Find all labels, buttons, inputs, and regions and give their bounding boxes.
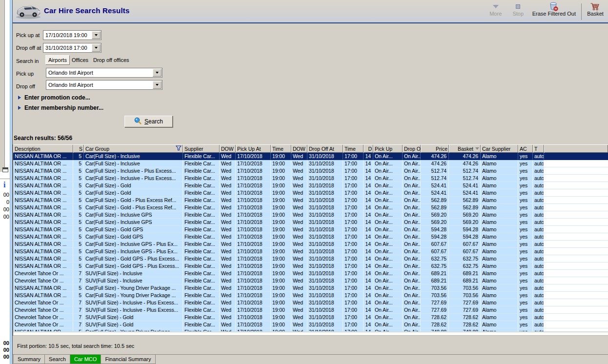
table-row[interactable]: Chevrolet Tahoe Or ...7SUV(Full Size) - … <box>13 314 608 321</box>
table-row[interactable]: NISSAN ALTIMA OR ...5Car(Full Size) - In… <box>13 153 608 160</box>
rail-counter: 00 <box>0 192 9 198</box>
chevron-down-icon[interactable] <box>92 31 101 39</box>
cell-price: 474.26 <box>421 160 449 167</box>
membership-number-expander[interactable]: Enter membership number... <box>18 104 103 111</box>
cell-description: Chevrolet Tahoe Or ... <box>13 299 73 306</box>
cell-dow-pickup: Wed <box>220 175 236 182</box>
table-row[interactable]: NISSAN ALTIMA OR ...5Car(Full Size) - Go… <box>13 204 608 211</box>
table-row[interactable]: NISSAN ALTIMA OR ...5Car(Full Size) - Yo… <box>13 292 608 299</box>
bottom-tab-search[interactable]: Search <box>45 355 70 364</box>
column-header-car-supplier[interactable]: Car Supplier <box>481 144 518 153</box>
chevron-down-icon[interactable] <box>153 81 162 89</box>
cell-drop-off-at: 31/10/2018 <box>307 284 343 291</box>
erase-filtered-out-button[interactable]: Erase Filtered Out <box>530 1 578 21</box>
cell-dow-dropoff: Wed <box>291 270 307 277</box>
stop-button-label: Stop <box>512 11 524 17</box>
column-header-time[interactable]: Time <box>343 144 364 153</box>
table-row[interactable]: NISSAN ALTIMA OR ...5Car(Full Size) - In… <box>13 241 608 248</box>
table-row[interactable]: NISSAN ALTIMA OR ...5Car(Full Size) - Go… <box>13 255 608 263</box>
column-header-ac[interactable]: AC <box>518 144 533 153</box>
table-row[interactable]: NISSAN ALTIMA OR ...5Car(Full Size) - Go… <box>13 226 608 233</box>
pick-up-at-combobox[interactable]: 17/10/2018 19:00 <box>43 30 101 40</box>
table-row[interactable]: NISSAN ALTIMA OR ...5Car(Full Size) - In… <box>13 175 608 182</box>
column-header-time[interactable]: Time <box>271 144 291 153</box>
column-header-pick-up-at[interactable]: Pick Up At <box>236 144 271 153</box>
cell-time-pickup: 19:00 <box>271 328 291 331</box>
table-row[interactable]: Chevrolet Tahoe Or ...7SUV(Full Size) - … <box>13 270 608 277</box>
bucket-minus-icon <box>549 2 558 11</box>
bottom-tab-summary[interactable]: Summary <box>13 355 45 364</box>
cell-pick-up: On Air... <box>373 160 403 167</box>
cell-drop-off: On Air... <box>403 211 421 218</box>
cell-dow-dropoff: Wed <box>291 299 307 306</box>
table-row[interactable]: NISSAN ALTIMA OR ...5Car(Full Size) - In… <box>13 211 608 219</box>
column-header-description[interactable]: Description <box>13 144 73 153</box>
column-header-dow[interactable]: DOW <box>220 144 236 153</box>
cell-pick-up: On Air... <box>373 255 403 262</box>
search-in-tab-offices[interactable]: Offices <box>69 56 91 64</box>
column-header-t[interactable]: T <box>533 144 544 153</box>
cell-car-group: SUV(Full Size) - Inclusive - Plus Excess… <box>84 299 183 306</box>
column-header-d[interactable]: D <box>364 144 373 153</box>
cell-dow-pickup: Wed <box>220 299 236 306</box>
cell-drop-off-at: 31/10/2018 <box>307 328 343 331</box>
cell-basket: 703.56 <box>449 292 481 299</box>
search-button[interactable]: Search <box>124 116 173 127</box>
cell-pick-up: On Air... <box>373 241 403 247</box>
table-row[interactable]: NISSAN ALTIMA OR ...5Car(Full Size) - Go… <box>13 233 608 241</box>
cell-time-dropoff: 17:00 <box>343 219 364 225</box>
table-row[interactable]: NISSAN ALTIMA OR ...5Car(Full Size) - Go… <box>13 189 608 197</box>
table-row[interactable]: Chevrolet Tahoe Or ...7SUV(Full Size) - … <box>13 277 608 284</box>
column-header-supplier[interactable]: Supplier <box>183 144 220 153</box>
column-header-car-group[interactable]: Car Group <box>84 144 183 153</box>
results-grid-header: DescriptionSCar GroupSupplierDOWPick Up … <box>13 144 608 153</box>
bottom-tab-financial-summary[interactable]: Financial Summary <box>101 355 155 364</box>
cell-pick-up: On Air... <box>373 284 403 291</box>
table-row[interactable]: Chevrolet Tahoe Or ...7SUV(Full Size) - … <box>13 299 608 306</box>
table-row[interactable]: NISSAN ALTIMA OR ...5Car(Full Size) - Yo… <box>13 284 608 292</box>
table-row[interactable]: NISSAN ALTIMA OR ...5Car(Full Size) - Go… <box>13 182 608 189</box>
table-row[interactable]: NISSAN ALTIMA OR ...5Car(Full Size) - Go… <box>13 197 608 204</box>
basket-button[interactable]: Basket <box>585 1 606 21</box>
cell-car-group: Car(Full Size) - Inclusive GPS - Plus Ex… <box>84 241 183 247</box>
cell-dow-pickup: Wed <box>220 219 236 225</box>
table-row[interactable]: NISSAN ALTIMA OR ...5Car(Full Size) - In… <box>13 160 608 167</box>
drop-off-at-combobox[interactable]: 31/10/2018 17:00 <box>43 43 101 53</box>
bottom-tab-car-mco[interactable]: Car MCO <box>70 355 101 364</box>
left-cropped-panel: i 00 0 00 00 00 00 00 <box>0 0 10 364</box>
search-in-tab-airports[interactable]: Airports <box>45 55 70 65</box>
column-header-s[interactable]: S <box>73 144 84 153</box>
filter-icon[interactable] <box>176 145 182 152</box>
cell-dow-pickup: Wed <box>220 306 236 313</box>
table-row[interactable]: NISSAN ALTIMA OR ...5Car(Full Size) - In… <box>13 219 608 226</box>
search-in-tab-drop-off-offices[interactable]: Drop off offices <box>91 56 132 64</box>
cell-description: NISSAN ALTIMA OR ... <box>13 160 73 167</box>
results-grid: DescriptionSCar GroupSupplierDOWPick Up … <box>13 144 608 336</box>
column-header-price[interactable]: Price <box>421 144 449 153</box>
table-row[interactable]: NISSAN ALTIMA OR ...5Car(Full Size) - Yo… <box>13 328 608 332</box>
table-row[interactable]: Chevrolet Tahoe Or ...7SUV(Full Size) - … <box>13 306 608 314</box>
pick-up-combobox[interactable]: Orlando Intl Airport <box>46 68 162 78</box>
column-header-basket[interactable]: Basket <box>449 144 481 153</box>
cell-drop-off-at: 31/10/2018 <box>307 314 343 321</box>
cell-price: 689.21 <box>421 270 449 277</box>
table-row[interactable]: NISSAN ALTIMA OR ...5Car(Full Size) - In… <box>13 167 608 175</box>
column-header-drop-off-at[interactable]: Drop Off At <box>307 144 343 153</box>
column-header-label: Car Supplier <box>482 145 510 152</box>
cell-ac: yes <box>518 306 533 313</box>
window-restore-icon[interactable] <box>2 167 8 172</box>
table-row[interactable]: Chevrolet Tahoe Or ...7SUV(Full Size) - … <box>13 321 608 328</box>
table-row[interactable]: NISSAN ALTIMA OR ...5Car(Full Size) - Go… <box>13 263 608 270</box>
column-header-drop-off[interactable]: Drop Off <box>403 144 421 153</box>
cell-time-pickup: 19:00 <box>271 314 291 321</box>
chevron-down-icon[interactable] <box>92 44 101 52</box>
chevron-down-icon[interactable] <box>153 69 162 77</box>
table-row[interactable]: NISSAN ALTIMA OR ...5Car(Full Size) - In… <box>13 248 608 255</box>
horizontal-scrollbar[interactable] <box>13 332 608 336</box>
column-header-pick-up[interactable]: Pick Up <box>373 144 403 153</box>
promotion-code-expander[interactable]: Enter promotion code... <box>18 94 90 101</box>
column-header-dow[interactable]: DOW <box>291 144 307 153</box>
more-button: More <box>485 1 507 21</box>
drop-off-combobox[interactable]: Orlando Intl Airport <box>46 80 162 90</box>
rail-counter: 00 <box>0 354 9 360</box>
